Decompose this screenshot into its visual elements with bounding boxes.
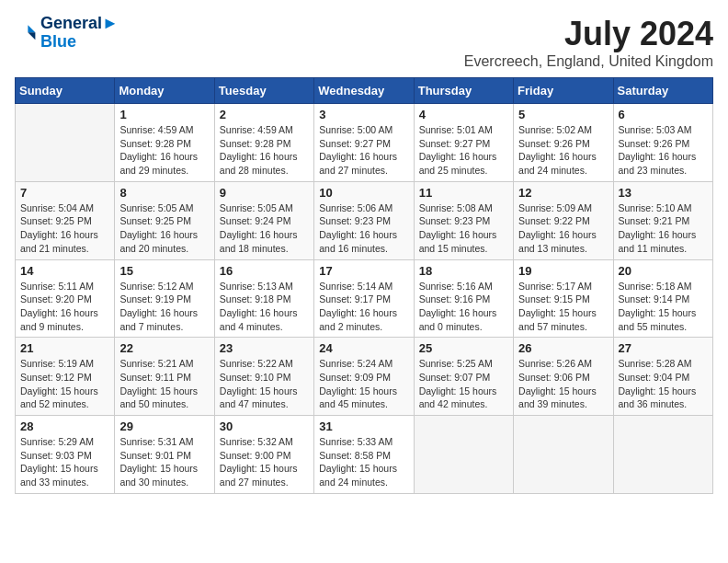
day-info: Sunrise: 5:00 AM Sunset: 9:27 PM Dayligh… bbox=[319, 123, 408, 178]
day-info: Sunrise: 5:18 AM Sunset: 9:14 PM Dayligh… bbox=[619, 280, 708, 334]
day-number: 15 bbox=[119, 264, 209, 278]
table-row: 2Sunrise: 4:59 AM Sunset: 9:28 PM Daylig… bbox=[214, 104, 313, 182]
day-number: 17 bbox=[319, 264, 408, 278]
table-row: 14Sunrise: 5:11 AM Sunset: 9:20 PM Dayli… bbox=[16, 259, 115, 338]
day-number: 26 bbox=[518, 341, 608, 355]
day-info: Sunrise: 5:05 AM Sunset: 9:25 PM Dayligh… bbox=[119, 201, 209, 256]
table-row: 5Sunrise: 5:02 AM Sunset: 9:26 PM Daylig… bbox=[514, 104, 613, 182]
table-row: 8Sunrise: 5:05 AM Sunset: 9:25 PM Daylig… bbox=[115, 181, 214, 259]
day-info: Sunrise: 5:11 AM Sunset: 9:20 PM Dayligh… bbox=[20, 280, 109, 334]
day-number: 4 bbox=[419, 108, 508, 121]
table-row: 24Sunrise: 5:24 AM Sunset: 9:09 PM Dayli… bbox=[314, 338, 414, 416]
day-number: 19 bbox=[518, 264, 608, 278]
day-info: Sunrise: 5:04 AM Sunset: 9:25 PM Dayligh… bbox=[20, 201, 109, 256]
table-row: 19Sunrise: 5:17 AM Sunset: 9:15 PM Dayli… bbox=[514, 259, 613, 338]
day-info: Sunrise: 5:17 AM Sunset: 9:15 PM Dayligh… bbox=[518, 280, 608, 334]
table-row: 23Sunrise: 5:22 AM Sunset: 9:10 PM Dayli… bbox=[214, 338, 313, 416]
logo-icon bbox=[15, 22, 37, 44]
table-row: 26Sunrise: 5:26 AM Sunset: 9:06 PM Dayli… bbox=[514, 338, 613, 416]
header-thursday: Thursday bbox=[414, 78, 513, 104]
day-number: 24 bbox=[319, 341, 408, 355]
day-number: 23 bbox=[220, 341, 309, 355]
day-info: Sunrise: 5:33 AM Sunset: 8:58 PM Dayligh… bbox=[319, 435, 408, 489]
table-row: 1Sunrise: 4:59 AM Sunset: 9:28 PM Daylig… bbox=[115, 104, 214, 182]
day-info: Sunrise: 5:06 AM Sunset: 9:23 PM Dayligh… bbox=[319, 201, 408, 256]
table-row: 31Sunrise: 5:33 AM Sunset: 8:58 PM Dayli… bbox=[314, 416, 414, 494]
day-info: Sunrise: 4:59 AM Sunset: 9:28 PM Dayligh… bbox=[220, 123, 309, 178]
table-row bbox=[613, 416, 712, 494]
day-info: Sunrise: 5:01 AM Sunset: 9:27 PM Dayligh… bbox=[419, 123, 508, 178]
month-year-title: July 2024 bbox=[464, 15, 713, 53]
calendar-week-row: 1Sunrise: 4:59 AM Sunset: 9:28 PM Daylig… bbox=[16, 104, 713, 182]
table-row: 4Sunrise: 5:01 AM Sunset: 9:27 PM Daylig… bbox=[414, 104, 513, 182]
calendar-table: Sunday Monday Tuesday Wednesday Thursday… bbox=[15, 77, 713, 494]
table-row bbox=[514, 416, 613, 494]
day-number: 5 bbox=[518, 108, 608, 121]
day-info: Sunrise: 5:22 AM Sunset: 9:10 PM Dayligh… bbox=[220, 357, 309, 411]
table-row: 3Sunrise: 5:00 AM Sunset: 9:27 PM Daylig… bbox=[314, 104, 414, 182]
day-info: Sunrise: 5:29 AM Sunset: 9:03 PM Dayligh… bbox=[20, 435, 109, 489]
day-number: 21 bbox=[20, 341, 109, 355]
day-info: Sunrise: 5:28 AM Sunset: 9:04 PM Dayligh… bbox=[619, 357, 708, 411]
table-row: 12Sunrise: 5:09 AM Sunset: 9:22 PM Dayli… bbox=[514, 181, 613, 259]
table-row: 22Sunrise: 5:21 AM Sunset: 9:11 PM Dayli… bbox=[115, 338, 214, 416]
table-row: 28Sunrise: 5:29 AM Sunset: 9:03 PM Dayli… bbox=[16, 416, 115, 494]
header-sunday: Sunday bbox=[16, 78, 115, 104]
day-number: 31 bbox=[319, 419, 408, 433]
header: General► Blue July 2024 Evercreech, Engl… bbox=[15, 15, 713, 70]
table-row bbox=[16, 104, 115, 182]
day-info: Sunrise: 5:32 AM Sunset: 9:00 PM Dayligh… bbox=[220, 435, 309, 489]
day-info: Sunrise: 5:10 AM Sunset: 9:21 PM Dayligh… bbox=[619, 201, 708, 256]
location-subtitle: Evercreech, England, United Kingdom bbox=[464, 53, 713, 70]
header-friday: Friday bbox=[514, 78, 613, 104]
day-info: Sunrise: 5:19 AM Sunset: 9:12 PM Dayligh… bbox=[20, 357, 109, 411]
day-number: 13 bbox=[619, 186, 708, 200]
title-area: July 2024 Evercreech, England, United Ki… bbox=[464, 15, 713, 70]
day-number: 10 bbox=[319, 186, 408, 200]
svg-marker-1 bbox=[28, 32, 35, 40]
table-row: 25Sunrise: 5:25 AM Sunset: 9:07 PM Dayli… bbox=[414, 338, 513, 416]
day-info: Sunrise: 5:25 AM Sunset: 9:07 PM Dayligh… bbox=[419, 357, 508, 411]
table-row bbox=[414, 416, 513, 494]
calendar-week-row: 14Sunrise: 5:11 AM Sunset: 9:20 PM Dayli… bbox=[16, 259, 713, 338]
header-saturday: Saturday bbox=[613, 78, 712, 104]
calendar-week-row: 28Sunrise: 5:29 AM Sunset: 9:03 PM Dayli… bbox=[16, 416, 713, 494]
table-row: 18Sunrise: 5:16 AM Sunset: 9:16 PM Dayli… bbox=[414, 259, 513, 338]
table-row: 11Sunrise: 5:08 AM Sunset: 9:23 PM Dayli… bbox=[414, 181, 513, 259]
table-row: 29Sunrise: 5:31 AM Sunset: 9:01 PM Dayli… bbox=[115, 416, 214, 494]
day-number: 30 bbox=[220, 419, 309, 433]
day-number: 14 bbox=[20, 264, 109, 278]
day-number: 11 bbox=[419, 186, 508, 200]
day-info: Sunrise: 5:02 AM Sunset: 9:26 PM Dayligh… bbox=[518, 123, 608, 178]
header-wednesday: Wednesday bbox=[314, 78, 414, 104]
table-row: 7Sunrise: 5:04 AM Sunset: 9:25 PM Daylig… bbox=[16, 181, 115, 259]
day-number: 2 bbox=[220, 108, 309, 121]
day-number: 18 bbox=[419, 264, 508, 278]
table-row: 20Sunrise: 5:18 AM Sunset: 9:14 PM Dayli… bbox=[613, 259, 712, 338]
day-number: 25 bbox=[419, 341, 508, 355]
day-info: Sunrise: 4:59 AM Sunset: 9:28 PM Dayligh… bbox=[119, 123, 209, 178]
day-info: Sunrise: 5:03 AM Sunset: 9:26 PM Dayligh… bbox=[619, 123, 708, 178]
table-row: 16Sunrise: 5:13 AM Sunset: 9:18 PM Dayli… bbox=[214, 259, 313, 338]
day-number: 12 bbox=[518, 186, 608, 200]
day-number: 20 bbox=[619, 264, 708, 278]
table-row: 15Sunrise: 5:12 AM Sunset: 9:19 PM Dayli… bbox=[115, 259, 214, 338]
logo-text: General► Blue bbox=[40, 15, 119, 52]
table-row: 9Sunrise: 5:05 AM Sunset: 9:24 PM Daylig… bbox=[214, 181, 313, 259]
day-number: 1 bbox=[119, 108, 209, 121]
table-row: 17Sunrise: 5:14 AM Sunset: 9:17 PM Dayli… bbox=[314, 259, 414, 338]
day-number: 27 bbox=[619, 341, 708, 355]
day-info: Sunrise: 5:05 AM Sunset: 9:24 PM Dayligh… bbox=[220, 201, 309, 256]
table-row: 10Sunrise: 5:06 AM Sunset: 9:23 PM Dayli… bbox=[314, 181, 414, 259]
day-number: 6 bbox=[619, 108, 708, 121]
day-number: 29 bbox=[119, 419, 209, 433]
day-info: Sunrise: 5:26 AM Sunset: 9:06 PM Dayligh… bbox=[518, 357, 608, 411]
table-row: 13Sunrise: 5:10 AM Sunset: 9:21 PM Dayli… bbox=[613, 181, 712, 259]
table-row: 30Sunrise: 5:32 AM Sunset: 9:00 PM Dayli… bbox=[214, 416, 313, 494]
calendar-week-row: 21Sunrise: 5:19 AM Sunset: 9:12 PM Dayli… bbox=[16, 338, 713, 416]
table-row: 6Sunrise: 5:03 AM Sunset: 9:26 PM Daylig… bbox=[613, 104, 712, 182]
day-number: 9 bbox=[220, 186, 309, 200]
day-number: 16 bbox=[220, 264, 309, 278]
header-monday: Monday bbox=[115, 78, 214, 104]
calendar-week-row: 7Sunrise: 5:04 AM Sunset: 9:25 PM Daylig… bbox=[16, 181, 713, 259]
